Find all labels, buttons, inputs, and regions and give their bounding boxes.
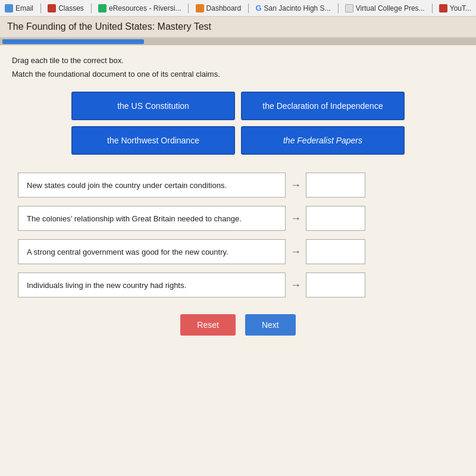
match-row-3: A strong central government was good for…: [18, 239, 458, 264]
claim-2: The colonies’ relationship with Great Br…: [18, 206, 286, 231]
claim-3: A strong central government was good for…: [18, 239, 286, 264]
tile-northwest-ordinance[interactable]: the Northwest Ordinance: [71, 126, 235, 155]
arrow-2: →: [286, 212, 306, 225]
buttons-row: Reset Next: [12, 314, 464, 336]
reset-button[interactable]: Reset: [180, 314, 236, 336]
virtualcollege-icon: [345, 4, 353, 12]
match-row-1: New states could join the country under …: [18, 173, 458, 198]
claim-1: New states could join the country under …: [18, 173, 286, 198]
dashboard-icon: [196, 4, 204, 12]
classes-icon: [48, 4, 56, 12]
google-icon: G: [255, 4, 261, 12]
tab-sanjacinto[interactable]: G San Jacinto High S...: [255, 4, 330, 12]
progress-bar-container: [0, 38, 476, 45]
tab-youtube[interactable]: YouT...: [439, 4, 471, 12]
browser-tab-bar: Email Classes eResources - Riversi... Da…: [0, 0, 476, 17]
tile-us-constitution[interactable]: the US Constitution: [71, 92, 235, 120]
main-content: Drag each tile to the correct box. Match…: [0, 45, 476, 476]
arrow-3: →: [286, 246, 306, 258]
drop-target-2[interactable]: [306, 206, 365, 231]
eresources-icon: [98, 4, 107, 12]
arrow-1: →: [286, 179, 306, 192]
matching-section: New states could join the country under …: [12, 173, 464, 298]
page-title-bar: The Founding of the United States: Maste…: [0, 17, 476, 38]
claim-4: Individuals living in the new country ha…: [18, 273, 286, 298]
next-button[interactable]: Next: [245, 314, 296, 336]
match-row-2: The colonies’ relationship with Great Br…: [18, 206, 458, 231]
page-title: The Founding of the United States: Maste…: [7, 21, 211, 32]
drop-target-1[interactable]: [306, 173, 365, 198]
tab-dashboard[interactable]: Dashboard: [196, 4, 242, 12]
instruction-primary: Drag each tile to the correct box.: [12, 56, 464, 65]
arrow-4: →: [286, 279, 306, 292]
instruction-secondary: Match the foundational document to one o…: [12, 70, 464, 79]
tile-federalist-papers[interactable]: the Federalist Papers: [241, 126, 405, 155]
email-icon: [5, 4, 13, 12]
tiles-grid: the US Constitution the Declaration of I…: [71, 92, 405, 155]
tile-declaration-independence[interactable]: the Declaration of Independence: [241, 92, 405, 120]
match-row-4: Individuals living in the new country ha…: [18, 273, 458, 298]
drop-target-3[interactable]: [306, 239, 365, 264]
tab-email[interactable]: Email: [5, 4, 33, 12]
youtube-icon: [439, 4, 447, 12]
drop-target-4[interactable]: [306, 273, 365, 298]
tab-eresources[interactable]: eResources - Riversi...: [98, 4, 181, 12]
progress-bar: [2, 39, 144, 44]
tab-classes[interactable]: Classes: [48, 4, 84, 12]
tab-virtualcollege[interactable]: Virtual College Pres...: [345, 4, 425, 12]
